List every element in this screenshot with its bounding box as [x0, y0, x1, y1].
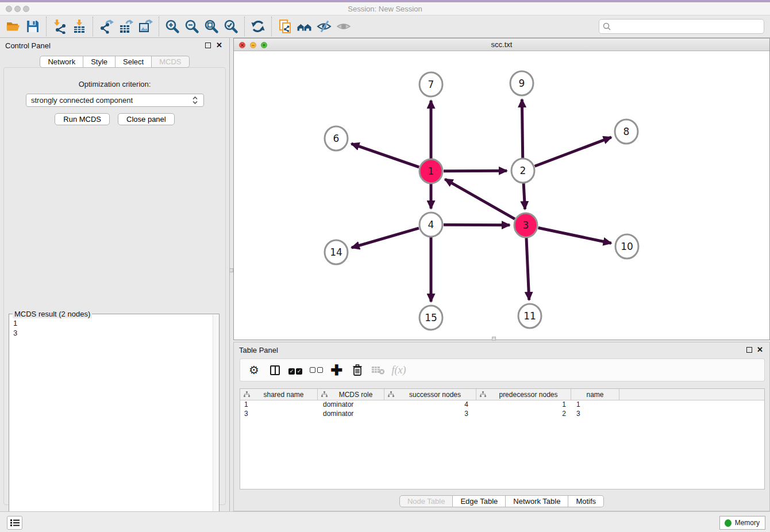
status-bar: Memory: [0, 511, 770, 532]
graph-node-14[interactable]: 14: [325, 240, 348, 264]
control-panel-float-button[interactable]: [205, 43, 211, 48]
graph-node-8[interactable]: 8: [615, 119, 638, 144]
hide-selected-button[interactable]: [314, 17, 334, 36]
table-panel-float-button[interactable]: [746, 347, 752, 353]
tab-select[interactable]: Select: [116, 56, 152, 68]
mcds-panel: Optimization criterion: strongly connect…: [3, 67, 226, 505]
task-history-button[interactable]: [7, 516, 22, 530]
first-neighbors-button[interactable]: [295, 17, 314, 36]
graph-node-1[interactable]: 1: [419, 159, 442, 183]
memory-button[interactable]: Memory: [719, 516, 765, 530]
table-row[interactable]: 1dominator411: [240, 400, 764, 410]
import-network-button[interactable]: [50, 17, 70, 36]
table-cell[interactable]: 2: [476, 410, 571, 419]
function-builder-button[interactable]: f(x): [390, 361, 408, 379]
delete-table-button[interactable]: [369, 361, 387, 379]
graph-node-6[interactable]: 6: [325, 126, 348, 151]
tab-mcds[interactable]: MCDS: [152, 56, 189, 68]
table-cell[interactable]: 4: [384, 400, 476, 410]
close-panel-button[interactable]: Close panel: [118, 113, 175, 125]
zoom-fit-button[interactable]: [202, 17, 221, 36]
graph-node-10[interactable]: 10: [615, 234, 638, 259]
table-cell[interactable]: 3: [384, 410, 476, 419]
table-cell[interactable]: 1: [571, 400, 619, 410]
graph-edge-2-3[interactable]: [523, 183, 525, 209]
export-network-button[interactable]: [97, 17, 116, 36]
duplicate-network-button[interactable]: [275, 17, 295, 36]
main-toolbar: [0, 16, 770, 38]
table-cell[interactable]: dominator: [318, 410, 384, 419]
tab-network[interactable]: Network: [40, 56, 83, 68]
table-cell[interactable]: 3: [240, 410, 318, 419]
graph-node-7[interactable]: 7: [419, 72, 442, 97]
graph-edge-4-14[interactable]: [352, 228, 419, 248]
table-cell[interactable]: 3: [571, 410, 619, 419]
table-cell[interactable]: 1: [240, 400, 318, 410]
graph-edge-2-9[interactable]: [522, 99, 522, 158]
refresh-button[interactable]: [248, 17, 268, 36]
column-label: MCDS role: [328, 391, 384, 399]
graph-edge-1-6[interactable]: [351, 144, 419, 167]
graph-node-label: 6: [333, 133, 340, 144]
export-image-button[interactable]: [136, 17, 155, 36]
vertical-splitter-grip[interactable]: [229, 268, 233, 272]
graph-edge-3-10[interactable]: [538, 228, 611, 244]
graph-edge-4-3[interactable]: [444, 225, 510, 225]
graph-node-label: 8: [623, 126, 630, 137]
zoom-out-button[interactable]: [182, 17, 202, 36]
table-cell[interactable]: 1: [476, 400, 571, 410]
show-all-button[interactable]: [334, 17, 353, 36]
mcds-result-text[interactable]: 1 3: [9, 315, 212, 531]
column-header-successor-nodes[interactable]: successor nodes: [384, 389, 476, 400]
criterion-select[interactable]: strongly connected component: [26, 94, 204, 107]
graph-node-4[interactable]: 4: [419, 213, 442, 237]
tab-style[interactable]: Style: [83, 56, 116, 68]
import-table-button[interactable]: [70, 17, 89, 36]
graph-edge-2-8[interactable]: [535, 137, 611, 166]
column-header-shared-name[interactable]: shared name: [240, 389, 318, 400]
graph-edge-3-1[interactable]: [445, 179, 515, 219]
graph-edge-1-2[interactable]: [444, 171, 507, 171]
column-header-MCDS-role[interactable]: MCDS role: [318, 389, 384, 400]
toolbar-separator: [93, 17, 93, 36]
search-field[interactable]: [599, 19, 764, 34]
run-mcds-button[interactable]: Run MCDS: [55, 113, 110, 125]
graph-node-11[interactable]: 11: [518, 304, 541, 328]
control-panel-close-button[interactable]: ✕: [216, 41, 222, 49]
tab-motifs[interactable]: Motifs: [568, 495, 604, 507]
zoom-in-button[interactable]: [163, 17, 182, 36]
column-header-name[interactable]: name: [571, 389, 619, 400]
table-row[interactable]: 3dominator323: [240, 410, 764, 419]
network-window: ✕ − + scc.txt 7968124314101511: [233, 38, 770, 340]
delete-column-button[interactable]: [348, 361, 367, 379]
save-session-button[interactable]: [23, 17, 43, 36]
table-panel-close-button[interactable]: ✕: [757, 345, 763, 354]
export-table-button[interactable]: [116, 17, 136, 36]
tab-network-table[interactable]: Network Table: [506, 495, 568, 507]
memory-status-icon: [725, 519, 732, 527]
table-cell[interactable]: dominator: [318, 400, 384, 410]
table-settings-button[interactable]: ⚙: [245, 361, 263, 379]
graph-node-2[interactable]: 2: [511, 159, 534, 183]
select-all-columns-button[interactable]: ✓✓: [286, 361, 305, 379]
zoom-selected-button[interactable]: [221, 17, 241, 36]
mcds-result-scrollbar[interactable]: [213, 315, 219, 531]
horizontal-splitter-grip[interactable]: [492, 337, 496, 341]
search-input[interactable]: [614, 22, 760, 31]
graph-node-label: 7: [428, 79, 434, 90]
tab-node-table[interactable]: Node Table: [399, 495, 453, 507]
create-column-button[interactable]: ✚: [328, 361, 346, 379]
open-folder-icon: [6, 19, 21, 34]
column-header-predecessor-nodes[interactable]: predecessor nodes: [476, 389, 571, 400]
network-canvas[interactable]: 7968124314101511: [234, 52, 769, 340]
graph-edge-3-11[interactable]: [526, 238, 529, 300]
graph-node-15[interactable]: 15: [419, 306, 442, 330]
tab-edge-table[interactable]: Edge Table: [453, 495, 506, 507]
graph-node-9[interactable]: 9: [510, 71, 533, 95]
graph-node-3[interactable]: 3: [514, 213, 537, 237]
delete-table-icon: [371, 365, 385, 375]
unselect-all-columns-button[interactable]: [307, 361, 325, 379]
first-neighbors-icon: [297, 19, 313, 34]
show-columns-button[interactable]: [265, 361, 284, 379]
open-session-button[interactable]: [3, 17, 23, 36]
